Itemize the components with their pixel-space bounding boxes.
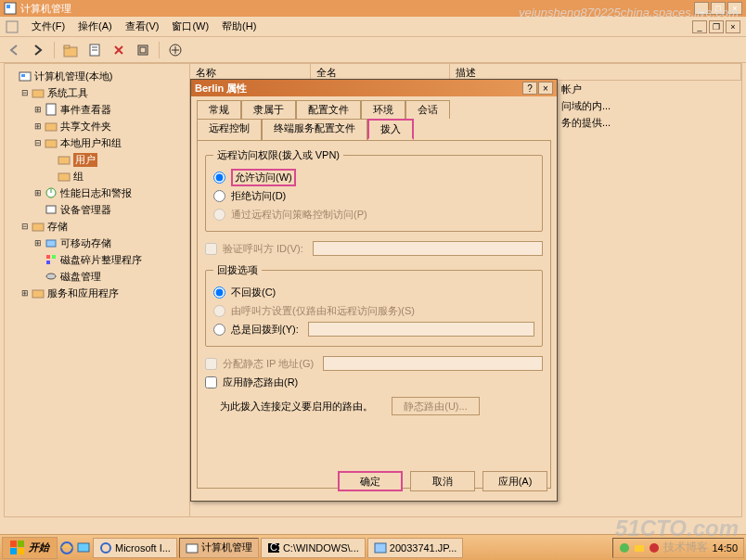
radio-deny-input[interactable]: [213, 190, 225, 202]
svg-rect-38: [375, 543, 386, 553]
tree-defrag[interactable]: 磁盘碎片整理程序: [6, 251, 187, 268]
windows-icon: [10, 541, 25, 555]
task-ie[interactable]: Microsoft I...: [93, 538, 177, 558]
close-button[interactable]: ×: [727, 2, 742, 15]
tree-perf[interactable]: ⊞性能日志和警报: [6, 185, 187, 201]
menu-help[interactable]: 帮助(H): [222, 19, 256, 33]
svg-point-41: [650, 543, 659, 553]
tree-system-tools[interactable]: ⊟系统工具: [6, 84, 187, 101]
radio-policy-input[interactable]: [213, 209, 225, 221]
radio-no-callback[interactable]: 不回拨(C): [213, 283, 534, 301]
ok-button[interactable]: 确定: [338, 471, 403, 491]
tree-removable[interactable]: ⊞可移动存储: [6, 235, 187, 251]
content-panel: 名称 全名 描述 帐户 问域的内... 务的提供... Berlin 属性 ? …: [190, 64, 741, 516]
menu-action[interactable]: 操作(A): [78, 19, 112, 33]
tray-icon[interactable]: [619, 542, 630, 554]
radio-allow-access[interactable]: 允许访问(W): [213, 168, 534, 186]
tab-member[interactable]: 隶属于: [241, 100, 296, 119]
tree-users[interactable]: 用户: [6, 151, 187, 168]
svg-rect-16: [45, 140, 57, 147]
menu-window[interactable]: 窗口(W): [172, 19, 209, 33]
tab-remote[interactable]: 远程控制: [197, 119, 262, 140]
svg-text:C:\: C:\: [270, 541, 280, 553]
svg-rect-21: [32, 223, 44, 231]
static-routes-button[interactable]: 静态路由(U)...: [392, 397, 480, 415]
properties-dialog: Berlin 属性 ? × 常规 隶属于 配置文件 环境 会话 远程控制 终端服…: [190, 79, 558, 502]
child-minimize-button[interactable]: _: [692, 20, 707, 33]
tree-device-mgr[interactable]: 设备管理器: [6, 201, 187, 218]
radio-nocb-input[interactable]: [213, 286, 225, 299]
menu-file[interactable]: 文件(F): [32, 19, 65, 33]
svg-rect-13: [32, 90, 44, 97]
tree-services[interactable]: ⊞服务和应用程序: [6, 285, 187, 301]
tree-storage[interactable]: ⊟存储: [6, 218, 187, 235]
tree-disk-mgmt[interactable]: 磁盘管理: [6, 268, 187, 285]
svg-rect-1: [6, 5, 10, 8]
tab-dialin[interactable]: 拨入: [367, 119, 414, 140]
check-verify-caller[interactable]: 验证呼叫方 ID(V):: [205, 239, 543, 258]
radio-allow-input[interactable]: [213, 172, 225, 184]
quicklaunch-desktop[interactable]: [76, 541, 91, 555]
svg-rect-30: [10, 548, 17, 554]
tree-root[interactable]: 计算机管理(本地): [6, 68, 187, 84]
static-ip-input: [323, 356, 543, 371]
check-static-ip[interactable]: 分配静态 IP 地址(G): [205, 354, 543, 373]
up-button[interactable]: [62, 42, 79, 58]
col-desc[interactable]: 描述: [450, 64, 741, 80]
delete-button[interactable]: [110, 42, 127, 58]
app-icon: [4, 2, 17, 15]
menu-view[interactable]: 查看(V): [125, 19, 160, 33]
maximize-button[interactable]: □: [711, 2, 726, 15]
cancel-button[interactable]: 取消: [410, 471, 475, 491]
taskbar: 开始 Microsoft I... 计算机管理 C:\C:\WINDOWS\..…: [0, 534, 746, 560]
verify-caller-checkbox[interactable]: [205, 243, 217, 255]
radio-callercb-input[interactable]: [213, 305, 225, 317]
radio-always-callback[interactable]: 总是回拨到(Y):: [213, 320, 534, 338]
tray-icon[interactable]: [649, 542, 660, 554]
tray-icon[interactable]: [634, 542, 645, 554]
route-note: 为此拨入连接定义要启用的路由。: [220, 400, 373, 414]
system-icon[interactable]: [6, 20, 19, 33]
svg-rect-22: [46, 240, 56, 247]
check-static-routes[interactable]: 应用静态路由(R): [205, 373, 543, 391]
dialog-help-button[interactable]: ?: [522, 82, 537, 95]
task-cmd[interactable]: C:\C:\WINDOWS\...: [261, 538, 366, 558]
static-ip-checkbox[interactable]: [205, 358, 217, 370]
tab-terminal[interactable]: 终端服务配置文件: [262, 119, 367, 140]
radio-deny-access[interactable]: 拒绝访问(D): [213, 186, 534, 205]
back-button[interactable]: [6, 42, 22, 58]
start-button[interactable]: 开始: [2, 537, 58, 559]
quicklaunch-ie[interactable]: [59, 541, 74, 555]
task-compmgmt[interactable]: 计算机管理: [179, 538, 259, 558]
static-routes-checkbox[interactable]: [205, 376, 217, 388]
task-image[interactable]: 20033741.JP...: [367, 538, 464, 558]
tree-shared-folders[interactable]: ⊞共享文件夹: [6, 118, 187, 134]
svg-rect-35: [186, 544, 198, 553]
tree-event-viewer[interactable]: ⊞事件查看器: [6, 101, 187, 118]
tab-env[interactable]: 环境: [361, 100, 405, 119]
apply-button[interactable]: 应用(A): [482, 471, 547, 491]
tab-session[interactable]: 会话: [405, 100, 450, 119]
svg-point-32: [61, 542, 72, 554]
tree-panel: 计算机管理(本地) ⊟系统工具 ⊞事件查看器 ⊞共享文件夹 ⊟本地用户和组 用户…: [5, 64, 190, 516]
radio-caller-callback[interactable]: 由呼叫方设置(仅路由和远程访问服务)(S): [213, 301, 534, 320]
col-full[interactable]: 全名: [311, 64, 450, 80]
radio-alwayscb-input[interactable]: [213, 324, 225, 336]
forward-button[interactable]: [30, 42, 46, 58]
tree-groups[interactable]: 组: [6, 168, 187, 185]
svg-rect-15: [45, 123, 57, 131]
child-close-button[interactable]: ×: [726, 20, 740, 33]
remote-access-group: 远程访问权限(拨入或 VPN) 允许访问(W) 拒绝访问(D) 通过远程访问策略…: [205, 148, 543, 232]
toolbar: [0, 37, 746, 63]
child-restore-button[interactable]: ❐: [709, 20, 724, 33]
col-name[interactable]: 名称: [190, 64, 311, 80]
refresh-button[interactable]: [135, 42, 151, 58]
tree-local-users[interactable]: ⊟本地用户和组: [6, 134, 187, 151]
properties-button[interactable]: [86, 42, 103, 58]
radio-policy-access[interactable]: 通过远程访问策略控制访问(P): [213, 205, 534, 223]
help-button[interactable]: [167, 42, 184, 58]
minimize-button[interactable]: _: [694, 2, 709, 15]
tab-profiles[interactable]: 配置文件: [296, 100, 361, 119]
tab-general[interactable]: 常规: [197, 100, 241, 119]
dialog-close-button[interactable]: ×: [538, 82, 553, 95]
